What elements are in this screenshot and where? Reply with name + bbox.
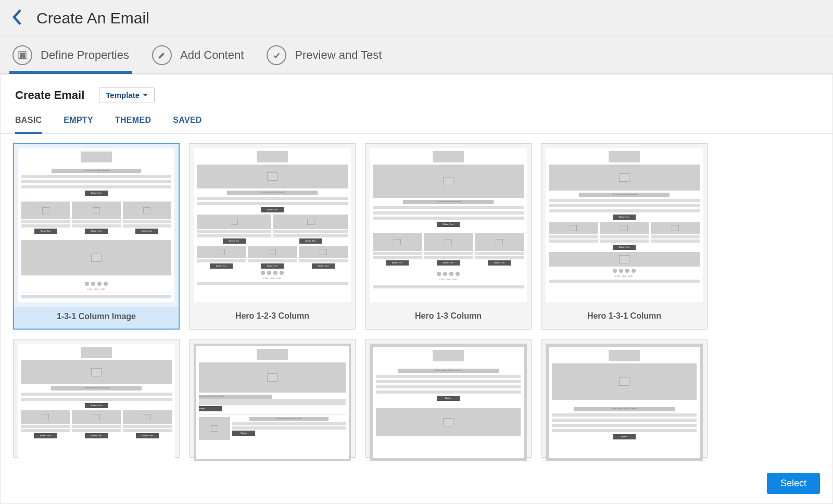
template-thumbnail: Lorem ipsum dolor sit amet Button Text B… — [370, 148, 527, 302]
template-card[interactable]: Lorem ipsum dolor sit amet Button Text B… — [13, 339, 180, 458]
template-card[interactable]: Lorem ipsum dolor sit amet. Button — [541, 339, 708, 458]
tab-saved[interactable]: SAVED — [173, 116, 201, 133]
template-icon — [12, 45, 32, 65]
template-card[interactable]: Lorem ipsum dolor sit amet. Button — [365, 339, 532, 458]
template-thumbnail: Lorem ipsum dolor sit amet Button Text B… — [546, 148, 703, 302]
template-card-label: Hero 1-2-3 Column — [190, 306, 355, 328]
app-header: Create An Email — [0, 0, 833, 36]
step-add-content[interactable]: Add Content — [152, 36, 244, 73]
template-grid-row-2: Lorem ipsum dolor sit amet Button Text B… — [13, 339, 820, 458]
tab-basic[interactable]: BASIC — [15, 116, 42, 133]
caret-down-icon — [143, 94, 148, 96]
step-label: Define Properties — [41, 48, 129, 62]
template-card-label: Hero 1-3-1 Column — [541, 306, 707, 328]
steps-bar: Define Properties Add Content Preview an… — [0, 36, 833, 74]
template-card[interactable]: Lorem ipsum dolor sit amet Button Lorem … — [189, 339, 356, 458]
template-thumbnail: Lorem ipsum dolor sit amet Button Text B… — [18, 344, 175, 461]
step-preview-test[interactable]: Preview and Test — [267, 36, 382, 73]
template-type-dropdown[interactable]: Template — [99, 87, 155, 103]
step-label: Preview and Test — [295, 48, 382, 62]
select-button[interactable]: Select — [767, 473, 820, 494]
svg-rect-2 — [20, 55, 22, 58]
panel-title: Create Email — [15, 89, 84, 102]
template-card[interactable]: Lorem ipsum dolor sit amet Button Text B… — [365, 143, 532, 330]
svg-rect-3 — [23, 55, 25, 58]
template-thumbnail: Lorem ipsum dolor sit amet Button Text B… — [18, 148, 174, 303]
template-card[interactable]: Lorem ipsum dolor sit amet Button Text B… — [541, 143, 708, 330]
step-define-properties[interactable]: Define Properties — [12, 36, 129, 73]
svg-rect-1 — [20, 53, 25, 54]
step-label: Add Content — [180, 48, 244, 62]
template-thumbnail: Lorem ipsum dolor sit amet. Button — [370, 344, 527, 461]
check-icon — [267, 45, 286, 65]
template-grid-wrap: Lorem ipsum dolor sit amet Button Text B… — [1, 134, 832, 504]
template-grid-row-1: Lorem ipsum dolor sit amet Button Text B… — [13, 143, 820, 330]
template-card[interactable]: Lorem ipsum dolor sit amet Button Text B… — [13, 143, 180, 330]
template-tabs: BASIC EMPTY THEMED SAVED — [1, 108, 832, 134]
panel-header: Create Email Template — [1, 74, 832, 108]
page-title: Create An Email — [36, 9, 149, 27]
tab-empty[interactable]: EMPTY — [64, 116, 93, 133]
pencil-icon — [152, 45, 172, 65]
template-thumbnail: Lorem ipsum dolor sit amet Button Lorem … — [194, 344, 351, 461]
tab-themed[interactable]: THEMED — [115, 116, 151, 133]
template-card-label: Hero 1-3 Column — [365, 306, 531, 328]
template-thumbnail: Lorem ipsum dolor sit amet Button Text B… — [194, 148, 351, 302]
dropdown-label: Template — [106, 91, 140, 99]
template-card-label: 1-3-1 Column Image — [14, 307, 179, 329]
create-email-panel: Create Email Template BASIC EMPTY THEMED… — [0, 74, 833, 504]
chevron-left-icon — [12, 18, 22, 27]
back-button[interactable] — [7, 6, 27, 30]
template-card[interactable]: Lorem ipsum dolor sit amet Button Text B… — [189, 143, 356, 330]
template-thumbnail: Lorem ipsum dolor sit amet. Button — [546, 344, 703, 461]
